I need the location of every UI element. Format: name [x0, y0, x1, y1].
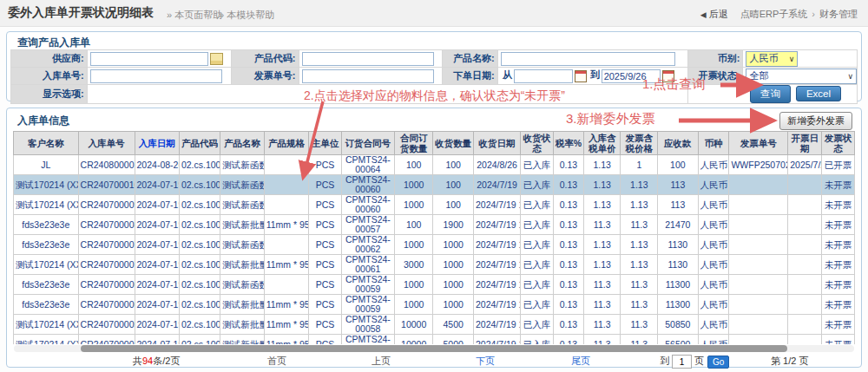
table-cell: 已开票	[822, 155, 855, 175]
column-header[interactable]: 产品名称	[220, 132, 264, 155]
table-cell: CPMTS24-00058	[341, 335, 394, 345]
table-cell: 人民币	[698, 155, 729, 175]
go-button[interactable]: Go	[707, 356, 729, 369]
product-code-input[interactable]	[302, 52, 434, 66]
table-cell: 2024/7/19 10	[473, 335, 520, 345]
add-outsourced-invoice-button[interactable]: 新增委外发票	[779, 112, 852, 130]
grid-wrapper: 客户名称入库单号入库日期产品代码产品名称产品规格主单位订货合同号合同订货数量收货…	[13, 131, 855, 344]
breadcrumb-app[interactable]: 点晴ERP子系统	[740, 9, 808, 19]
table-cell: 02.cs.100246	[179, 215, 220, 235]
column-header[interactable]: 入库单号	[78, 132, 135, 155]
column-header[interactable]: 收货数量	[433, 132, 474, 155]
table-cell: 11.3	[621, 315, 658, 335]
table-row[interactable]: fds3e23e3eCR2407000062024-07-1902.cs.100…	[14, 275, 855, 295]
table-cell: fds3e23e3e	[14, 295, 79, 315]
table-row[interactable]: 测试170214 (XX)CR2407000102024-07-1902.cs.…	[14, 175, 855, 195]
horizontal-scrollbar-thumb[interactable]	[81, 345, 786, 352]
table-cell	[788, 215, 822, 235]
table-row[interactable]: fds3e23e3eCR2407000072024-07-1902.cs.100…	[14, 235, 855, 255]
currency-select[interactable]: 人民币∨	[746, 51, 798, 67]
horizontal-scrollbar-track[interactable]	[14, 345, 854, 352]
table-cell: PCS	[309, 335, 342, 345]
table-cell: CR240700005	[78, 315, 135, 335]
inbound-no-input[interactable]	[90, 69, 222, 83]
back-button[interactable]: ◀ 后退	[700, 9, 728, 19]
column-header[interactable]: 客户名称	[14, 132, 79, 155]
current-page-indicator: 第 1/2 页	[771, 355, 808, 368]
table-cell: 11.3	[583, 315, 621, 335]
page-help-link[interactable]: » 本页面帮助	[167, 9, 222, 22]
column-header[interactable]: 合同订货数量	[394, 132, 433, 155]
column-header[interactable]: 产品规格	[264, 132, 308, 155]
table-cell	[788, 275, 822, 295]
table-cell: CPMTS24-00061	[341, 255, 394, 275]
table-row[interactable]: 测试170214 (XX)CR2407000042024-07-1902.cs.…	[14, 335, 855, 345]
page-unit-label: 页	[694, 356, 704, 366]
table-cell: PCS	[309, 175, 342, 195]
column-header[interactable]: 开票日期	[788, 132, 822, 155]
table-cell: 已入库	[521, 275, 554, 295]
goto-label: 到	[660, 356, 669, 366]
table-cell	[729, 315, 788, 335]
table-cell: CPMTS24-00060	[341, 195, 394, 215]
column-header[interactable]: 发票单号	[729, 132, 788, 155]
calendar-icon[interactable]	[575, 70, 587, 82]
column-header[interactable]: 入库含税单价	[583, 132, 621, 155]
table-cell: 0.13	[553, 295, 583, 315]
breadcrumb-section[interactable]: 财务管理	[819, 9, 858, 19]
table-cell	[729, 235, 788, 255]
column-header[interactable]: 税率%	[553, 132, 583, 155]
column-header[interactable]: 收货状态	[521, 132, 554, 155]
supplier-input[interactable]	[90, 52, 208, 66]
column-header[interactable]: 订货合同号	[341, 132, 394, 155]
column-header[interactable]: 发票含税价格	[621, 132, 658, 155]
table-cell: 未开票	[822, 335, 855, 345]
table-row[interactable]: 测试170214 (XX)CR2407000052024-07-1902.cs.…	[14, 315, 855, 335]
table-cell: 未开票	[822, 275, 855, 295]
page-number-input[interactable]	[672, 355, 692, 369]
table-row[interactable]: fds3e23e3eCR2407000082024-07-1902.cs.100…	[14, 215, 855, 235]
table-cell: 1000	[394, 275, 433, 295]
column-header[interactable]: 产品代码	[179, 132, 220, 155]
table-cell: 2024-07-19	[135, 335, 179, 345]
table-cell: 2024/7/19 10	[473, 215, 520, 235]
first-page-link[interactable]: 首页	[267, 355, 286, 368]
picker-icon[interactable]	[210, 53, 223, 65]
table-cell	[264, 175, 308, 195]
breadcrumb-separator: ›	[812, 9, 815, 19]
table-cell: 未开票	[822, 215, 855, 235]
invoice-status-select[interactable]: 全部∨	[746, 69, 857, 84]
date-from-input[interactable]	[514, 69, 573, 83]
next-page-link[interactable]: 下页	[476, 355, 495, 368]
table-cell: 2024-07-19	[135, 295, 179, 315]
table-cell: 测试新批量领	[220, 215, 264, 235]
product-name-input[interactable]	[501, 52, 675, 66]
column-header[interactable]: 主单位	[309, 132, 342, 155]
table-row[interactable]: fds3e23e3eCR2407000062024-07-1902.cs.100…	[14, 295, 855, 315]
table-cell: CPMTS24-00059	[341, 295, 394, 315]
table-cell: 02.cs.100241	[179, 235, 220, 255]
table-cell: 0.13	[553, 235, 583, 255]
table-row[interactable]: JLCR2408000012024-08-2602.cs.100241测试新函数…	[14, 155, 855, 175]
table-cell: CR240800001	[78, 155, 135, 175]
product-code-label: 产品代码:	[231, 50, 299, 68]
prev-page-link[interactable]: 上页	[372, 355, 391, 368]
excel-button[interactable]: Excel	[796, 86, 841, 101]
table-cell: JL	[14, 155, 79, 175]
table-cell: 56500	[658, 335, 699, 345]
last-page-link[interactable]: 尾页	[571, 355, 590, 368]
column-header[interactable]: 收货日期	[473, 132, 520, 155]
table-row[interactable]: 测试170214 (XX)CR2407000072024-07-1902.cs.…	[14, 255, 855, 275]
table-cell: 11.3	[621, 295, 658, 315]
column-header[interactable]: 应收款	[658, 132, 699, 155]
table-row[interactable]: 测试170214 (XX)CR2407000092024-07-1902.cs.…	[14, 195, 855, 215]
module-help-link[interactable]: » 本模块帮助	[219, 9, 274, 22]
column-header[interactable]: 入库日期	[135, 132, 179, 155]
column-header[interactable]: 币种	[698, 132, 729, 155]
table-cell: 测试新批量领	[220, 295, 264, 315]
inbound-no-label: 入库单号:	[11, 68, 88, 85]
query-button[interactable]: 查询	[750, 85, 791, 103]
table-cell: 2024/7/19 10	[473, 195, 520, 215]
invoice-no-input[interactable]	[302, 69, 434, 83]
column-header[interactable]: 发票状态	[822, 132, 855, 155]
